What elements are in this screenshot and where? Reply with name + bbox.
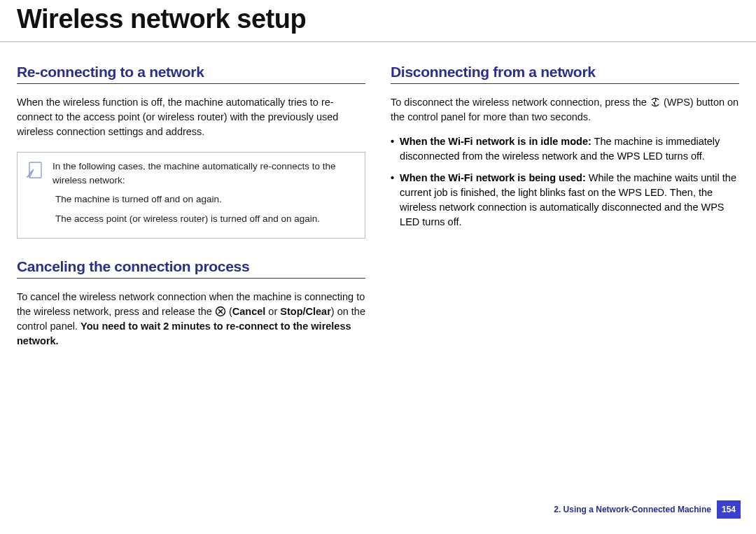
footer-chapter: 2. Using a Network-Connected Machine [554, 505, 711, 514]
wps-icon [650, 97, 661, 108]
bullet-idle-text: When the Wi-Fi network is in idle mode: … [400, 134, 739, 164]
bullet-used-text: When the Wi-Fi network is being used: Wh… [400, 171, 739, 230]
idle-label: When the Wi-Fi network is in idle mode: [400, 136, 592, 147]
right-column: Disconnecting from a network To disconne… [391, 59, 739, 358]
heading-canceling: Canceling the connection process [17, 258, 365, 279]
note-box: In the following cases, the machine auto… [17, 152, 365, 239]
reconnecting-paragraph: When the wireless function is off, the m… [17, 95, 365, 139]
note-item-b: The access point (or wireless router) is… [55, 212, 355, 226]
heading-reconnecting: Re-connecting to a network [17, 64, 365, 84]
title-divider [0, 41, 756, 43]
cancel-circle-icon [215, 306, 226, 317]
note-item-a: The machine is turned off and on again. [55, 192, 355, 206]
page-title: Wireless network setup [0, 0, 756, 41]
page-footer: 2. Using a Network-Connected Machine 154 [554, 500, 741, 519]
note-icon [26, 161, 44, 179]
bullet-used: • When the Wi-Fi network is being used: … [391, 171, 739, 230]
content-columns: Re-connecting to a network When the wire… [0, 59, 756, 358]
bullet-idle: • When the Wi-Fi network is in idle mode… [391, 134, 739, 164]
bullet-dot: • [391, 134, 394, 164]
disc-text-a: To disconnect the wireless network conne… [391, 97, 650, 108]
cancel-label: Cancel [232, 306, 266, 317]
page-number: 154 [717, 500, 741, 519]
stopclear-label: Stop/Clear [280, 306, 331, 317]
used-label: When the Wi-Fi network is being used: [400, 172, 586, 183]
heading-disconnecting: Disconnecting from a network [391, 64, 739, 84]
left-column: Re-connecting to a network When the wire… [17, 59, 365, 358]
note-intro: In the following cases, the machine auto… [52, 160, 355, 187]
cancel-or: or [265, 306, 280, 317]
disconnect-paragraph: To disconnect the wireless network conne… [391, 95, 739, 125]
canceling-paragraph: To cancel the wireless network connectio… [17, 290, 365, 349]
note-body: In the following cases, the machine auto… [52, 160, 355, 231]
bullet-dot: • [391, 171, 394, 230]
svg-rect-0 [29, 162, 41, 178]
